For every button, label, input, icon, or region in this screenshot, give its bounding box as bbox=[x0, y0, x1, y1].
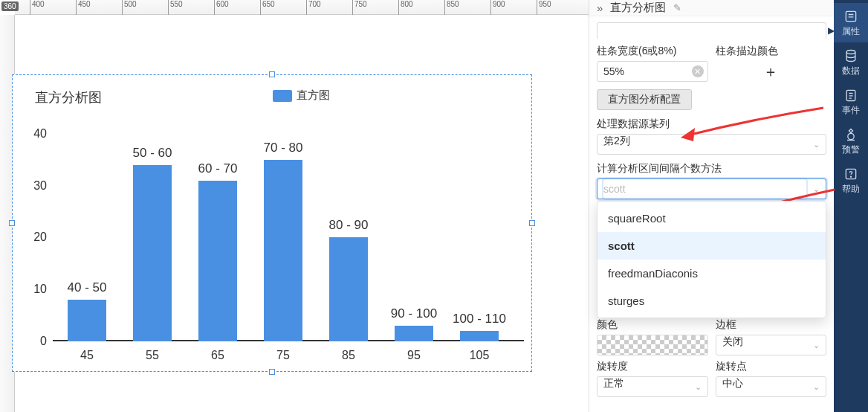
ruler-tick: 500 bbox=[122, 0, 137, 15]
ruler-tick: 550 bbox=[168, 0, 183, 15]
chevron-down-icon: ⌄ bbox=[813, 140, 820, 149]
ruler-tick: 950 bbox=[537, 0, 551, 15]
chart-bar bbox=[329, 237, 368, 341]
ruler-position-badge: 360 bbox=[1, 1, 19, 11]
rail-item-help[interactable]: 帮助 bbox=[834, 161, 868, 200]
ruler-tick: 800 bbox=[398, 0, 413, 15]
ruler-tick: 400 bbox=[30, 0, 45, 15]
ruler-tick: 600 bbox=[214, 0, 229, 15]
y-tick-label: 40 bbox=[33, 127, 47, 141]
legend-swatch bbox=[273, 90, 292, 102]
bar-label: 60 - 70 bbox=[198, 161, 238, 176]
ruler-tick: 700 bbox=[306, 0, 321, 15]
bar-label: 90 - 100 bbox=[391, 306, 437, 321]
legend-label: 直方图 bbox=[297, 88, 330, 103]
method-option[interactable]: squareRoot bbox=[597, 205, 826, 232]
y-axis: 010203040 bbox=[23, 123, 50, 341]
cropped-input[interactable] bbox=[597, 22, 826, 39]
chart-bar bbox=[264, 160, 302, 341]
chart-title: 直方分析图 bbox=[35, 88, 102, 106]
method-label: 计算分析区间间隔个数方法 bbox=[597, 162, 826, 176]
canvas-area[interactable]: 360 400450500550600650700750800850900950… bbox=[0, 0, 589, 412]
column-label: 处理数据源某列 bbox=[597, 118, 826, 131]
svg-point-7 bbox=[851, 176, 852, 177]
chart-plot: 010203040 40 - 504550 - 605560 - 706570 … bbox=[53, 123, 524, 341]
border-select[interactable]: 关闭 ⌄ bbox=[716, 335, 827, 355]
chart-bar bbox=[460, 331, 499, 341]
method-option[interactable]: scott bbox=[597, 232, 826, 260]
rotate-select[interactable]: 正常 ⌄ bbox=[597, 376, 708, 397]
y-tick-label: 10 bbox=[33, 283, 47, 296]
ruler-tick: 900 bbox=[490, 0, 505, 15]
rail-item-label: 帮助 bbox=[834, 183, 868, 196]
rotate-point-select-value: 中心 bbox=[722, 377, 743, 389]
rail-item-alert[interactable]: 预警 bbox=[834, 121, 868, 161]
svg-point-3 bbox=[846, 51, 855, 54]
x-tick-label: 105 bbox=[470, 349, 490, 362]
method-option[interactable]: freedmanDiaconis bbox=[597, 260, 826, 287]
bar-label: 100 - 110 bbox=[453, 312, 506, 326]
chart-bar bbox=[68, 300, 106, 341]
border-label: 边框 bbox=[716, 318, 827, 332]
chart-legend: 直方图 bbox=[273, 88, 330, 103]
collapse-icon[interactable]: » bbox=[597, 1, 603, 14]
ruler-tick: 850 bbox=[444, 0, 459, 15]
rail-item-label: 事件 bbox=[834, 104, 868, 117]
rail-item-events[interactable]: 事件 bbox=[834, 82, 868, 121]
method-dropdown: squareRootscottfreedmanDiaconissturges bbox=[597, 201, 826, 318]
method-select-value: scott bbox=[603, 179, 806, 199]
resize-handle-s[interactable] bbox=[269, 369, 275, 375]
y-tick-label: 20 bbox=[33, 231, 47, 244]
resize-handle-n[interactable] bbox=[269, 71, 275, 77]
rotate-label: 旋转度 bbox=[597, 360, 708, 373]
add-color-button[interactable]: ＋ bbox=[716, 61, 827, 82]
bar-width-label: 柱条宽度(6或8%) bbox=[597, 45, 708, 58]
rail-item-data[interactable]: 数据 bbox=[834, 42, 868, 82]
rail-item-label: 属性 bbox=[834, 25, 868, 38]
x-tick-label: 65 bbox=[211, 349, 224, 362]
ruler-tick: 650 bbox=[260, 0, 275, 15]
rail-item-label: 数据 bbox=[834, 65, 868, 77]
ruler-horizontal: 360 400450500550600650700750800850900950 bbox=[15, 0, 589, 15]
icon-rail: ▶ 属性数据事件预警帮助 bbox=[834, 0, 868, 412]
column-select[interactable]: 第2列 ⌄ bbox=[597, 134, 826, 155]
properties-panel: » 直方分析图 ✎ 柱条宽度(6或8%) ✕ 柱条描边颜色 ＋ bbox=[589, 0, 834, 412]
rail-item-properties[interactable]: 属性 bbox=[834, 3, 868, 42]
resize-handle-w[interactable] bbox=[9, 220, 15, 226]
rotate-point-label: 旋转点 bbox=[716, 360, 827, 373]
panel-title: 直方分析图 bbox=[610, 1, 666, 15]
chart-bar bbox=[395, 326, 433, 341]
stroke-color-label: 柱条描边颜色 bbox=[716, 45, 827, 58]
panel-header: » 直方分析图 ✎ bbox=[589, 0, 834, 16]
chevron-down-icon: ⌄ bbox=[813, 341, 820, 350]
rail-item-label: 预警 bbox=[834, 144, 868, 156]
bar-label: 70 - 80 bbox=[264, 141, 303, 155]
x-tick-label: 55 bbox=[146, 349, 159, 362]
x-tick-label: 85 bbox=[342, 349, 355, 362]
method-select[interactable]: scott ⌄ bbox=[597, 178, 826, 199]
edit-icon[interactable]: ✎ bbox=[673, 2, 681, 13]
chart-selection[interactable]: 直方分析图 直方图 010203040 40 - 504550 - 605560… bbox=[12, 74, 532, 372]
ruler-tick: 750 bbox=[352, 0, 367, 15]
y-tick-label: 0 bbox=[40, 335, 47, 348]
histogram-config-button[interactable]: 直方图分析配置 bbox=[597, 89, 692, 110]
resize-handle-e[interactable] bbox=[529, 220, 535, 226]
rail-caret-icon: ▶ bbox=[828, 25, 835, 36]
x-tick-label: 45 bbox=[80, 349, 94, 362]
bar-label: 40 - 50 bbox=[68, 280, 107, 295]
clear-icon[interactable]: ✕ bbox=[692, 65, 704, 77]
chevron-down-icon: ⌄ bbox=[813, 382, 820, 392]
bar-label: 50 - 60 bbox=[133, 146, 172, 161]
bar-label: 80 - 90 bbox=[329, 218, 369, 233]
chart-bar bbox=[198, 181, 237, 341]
ruler-tick: 450 bbox=[76, 0, 91, 15]
rotate-select-value: 正常 bbox=[603, 377, 624, 389]
chevron-down-icon: ⌄ bbox=[813, 184, 820, 194]
rotate-point-select[interactable]: 中心 ⌄ bbox=[716, 376, 827, 397]
x-tick-label: 95 bbox=[407, 349, 421, 362]
method-option[interactable]: sturges bbox=[597, 287, 826, 315]
border-select-value: 关闭 bbox=[722, 335, 743, 347]
color-label: 颜色 bbox=[597, 318, 708, 332]
color-swatch-input[interactable] bbox=[597, 335, 708, 355]
svg-rect-2 bbox=[846, 11, 855, 21]
